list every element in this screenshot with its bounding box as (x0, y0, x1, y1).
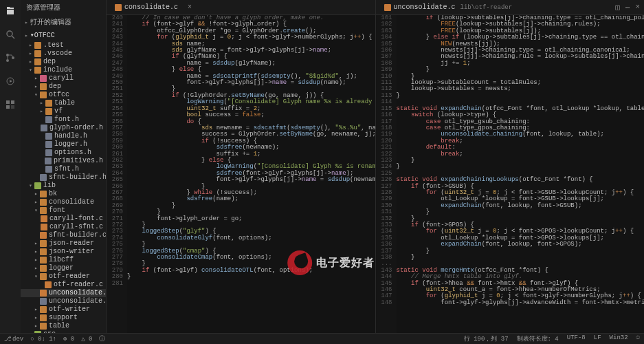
tab-consolidate[interactable]: consolidate.c × (111, 1, 196, 14)
svg-rect-7 (6, 105, 10, 109)
left-lines: // In case we don't have a glyph order, … (127, 15, 375, 344)
file-tree: ▸.test▸.vscode▸dep▾include▸caryll▸dep▾ot… (21, 41, 106, 338)
close-all-icon[interactable]: × (635, 3, 640, 12)
svg-point-1 (6, 54, 9, 56)
tree-otf-reader.c[interactable]: otf-reader.c (21, 281, 106, 289)
close-icon[interactable]: × (188, 3, 192, 11)
editor-area: consolidate.c × 240 241 242 243 244 245 … (107, 0, 644, 344)
tree-caryll-font.c[interactable]: caryll-font.c (21, 215, 106, 223)
tree-caryll-sfnt.c[interactable]: caryll-sfnt.c (21, 223, 106, 231)
tree-lib[interactable]: ▾lib (21, 182, 106, 190)
tree-sfnt-builder.h[interactable]: sfnt-builder.h (21, 173, 106, 182)
left-gutter: 240 241 242 243 244 245 246 247 248 249 … (107, 15, 127, 344)
tab-desc: lib\otf-reader (460, 4, 513, 11)
sidebar-title: 资源管理器 (21, 0, 106, 15)
tree-font.h[interactable]: font.h (21, 116, 106, 124)
tree-support[interactable]: ▸support (21, 314, 106, 322)
right-code[interactable]: 101 102 103 104 105 106 107 108 109 110 … (376, 15, 645, 344)
extensions-icon[interactable] (3, 98, 17, 111)
left-code[interactable]: 240 241 242 243 244 245 246 247 248 249 … (107, 15, 375, 344)
tree-json-writer[interactable]: ▸json-writer (21, 248, 106, 256)
tree-include[interactable]: ▾include (21, 66, 106, 74)
tree-bk[interactable]: ▸bk (21, 190, 106, 198)
tree-font[interactable]: ▾font (21, 206, 106, 215)
feedback-icon[interactable]: ☺ (636, 334, 640, 343)
tree-sfnt-builder.c[interactable]: sfnt-builder.c (21, 231, 106, 239)
tree-sfnt.h[interactable]: sfnt.h (21, 165, 106, 173)
tree-caryll[interactable]: ▸caryll (21, 74, 106, 83)
eol[interactable]: LF (594, 334, 601, 343)
right-tabs: unconsolidate.c lib\otf-reader ◫ ⋯ × (376, 0, 645, 15)
git-branch[interactable]: ⎇ dev (4, 335, 23, 343)
tree-table[interactable]: ▸table (21, 322, 106, 330)
tree-consolidate[interactable]: ▸consolidate (21, 198, 106, 206)
open-editors-section[interactable]: 打开的编辑器 (21, 15, 106, 29)
info-icon[interactable]: ⓘ (99, 334, 105, 343)
debug-icon[interactable] (3, 74, 17, 88)
activity-bar (0, 0, 21, 344)
errors[interactable]: ⊗ 0 (63, 335, 74, 343)
tree-options.h[interactable]: options.h (21, 149, 106, 157)
tab-label: unconsolidate.c (394, 3, 456, 11)
status-bar: ⎇ dev ○ 0↓ 1↑ ⊗ 0 △ 0 ⓘ 行 190，列 37 制表符长度… (0, 333, 644, 344)
c-file-icon (384, 4, 391, 11)
explorer-icon[interactable] (3, 4, 17, 18)
svg-point-0 (7, 31, 12, 36)
source-control-icon[interactable] (3, 51, 17, 65)
tab-unconsolidate[interactable]: unconsolidate.c lib\otf-reader (380, 1, 517, 14)
project-root[interactable]: ▾ OTFCC (21, 29, 106, 41)
tree-dep[interactable]: ▸dep (21, 83, 106, 91)
tree-otfcc[interactable]: ▾otfcc (21, 91, 106, 99)
right-lines: if (lookup->subtables[j]->chaining.type … (397, 15, 645, 344)
c-file-icon (115, 4, 122, 11)
tree-handle.h[interactable]: handle.h (21, 132, 106, 140)
split-icon[interactable]: ◫ (615, 3, 620, 12)
lang-mode[interactable]: Win32 (610, 334, 628, 343)
indent[interactable]: 制表符长度: 4 (517, 334, 559, 343)
tree-otf-writer[interactable]: ▸otf-writer (21, 305, 106, 314)
sidebar: 资源管理器 打开的编辑器 ▾ OTFCC ▸.test▸.vscode▸dep▾… (21, 0, 107, 344)
tree-libcff[interactable]: ▸libcff (21, 256, 106, 264)
tree-logger.h[interactable]: logger.h (21, 140, 106, 149)
git-sync[interactable]: ○ 0↓ 1↑ (30, 336, 56, 343)
tree-table[interactable]: ▸table (21, 99, 106, 107)
tab-label: consolidate.c (124, 3, 178, 11)
encoding[interactable]: UTF-8 (567, 334, 586, 343)
tree-primitives.h[interactable]: primitives.h (21, 157, 106, 165)
tree-unconsolidate.c[interactable]: unconsolidate.c (21, 289, 106, 297)
left-pane: consolidate.c × 240 241 242 243 244 245 … (107, 0, 376, 344)
tree-.vscode[interactable]: ▸.vscode (21, 50, 106, 58)
svg-rect-8 (11, 105, 14, 109)
tree-unconsolidate.h[interactable]: unconsolidate.h (21, 297, 106, 305)
tree-glyph-order.h[interactable]: glyph-order.h (21, 124, 106, 132)
cursor-position[interactable]: 行 190，列 37 (464, 334, 509, 343)
tree-json-reader[interactable]: ▸json-reader (21, 239, 106, 248)
tree-logger[interactable]: ▸logger (21, 264, 106, 272)
svg-rect-5 (6, 100, 10, 104)
right-pane: unconsolidate.c lib\otf-reader ◫ ⋯ × 101… (376, 0, 645, 344)
tree-dep[interactable]: ▸dep (21, 58, 106, 66)
svg-rect-6 (11, 100, 14, 104)
left-tabs: consolidate.c × (107, 0, 375, 15)
tree-otf-reader[interactable]: ▾otf-reader (21, 272, 106, 281)
svg-point-2 (6, 59, 9, 62)
tree-vf[interactable]: ▸vf (21, 107, 106, 116)
tree-.test[interactable]: ▸.test (21, 41, 106, 50)
search-icon[interactable] (3, 28, 17, 41)
more-icon[interactable]: ⋯ (625, 3, 630, 12)
tab-actions: ◫ ⋯ × (615, 3, 640, 12)
right-gutter: 101 102 103 104 105 106 107 108 109 110 … (376, 15, 397, 344)
warnings[interactable]: △ 0 (81, 335, 92, 343)
